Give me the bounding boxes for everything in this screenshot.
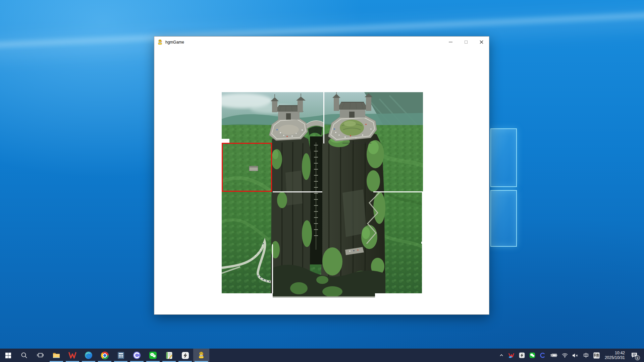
wechat-icon	[149, 351, 157, 359]
lightning-app-button[interactable]	[177, 349, 193, 362]
chevron-up-icon	[499, 353, 504, 358]
volume-muted-icon	[572, 353, 579, 358]
tray-wifi[interactable]	[561, 349, 569, 362]
lightning-app-icon	[519, 352, 525, 358]
calculator-button[interactable]	[113, 349, 129, 362]
clock-time: 10:42	[605, 351, 625, 355]
tray-lightning-app[interactable]	[518, 349, 526, 362]
maximize-icon	[465, 41, 468, 44]
seam-white	[222, 293, 273, 297]
taskbar-apps	[0, 349, 209, 362]
c-ring-icon	[540, 352, 546, 358]
wechat-icon	[529, 352, 535, 358]
clock-date: 2025/10/31	[605, 355, 625, 360]
v-cloud-icon	[508, 352, 515, 359]
tray-clock[interactable]: 10:42 2025/10/31	[603, 349, 626, 362]
wps-office-button[interactable]	[64, 349, 80, 362]
puzzle-board[interactable]	[222, 92, 423, 297]
edge-icon	[85, 351, 93, 359]
ime-pin-glyph	[593, 352, 600, 359]
wps-office-icon	[68, 351, 76, 359]
action-center-button[interactable]: 1	[629, 349, 639, 362]
seam-layer	[222, 92, 423, 297]
tray-c-ring[interactable]	[539, 349, 546, 362]
seam-white	[421, 242, 423, 244]
notification-badge: 1	[635, 355, 640, 360]
c-ring-app-icon	[133, 351, 141, 359]
pygame-game-button[interactable]	[193, 349, 209, 362]
seam-white	[373, 191, 423, 192]
search-icon	[21, 352, 28, 359]
edge-button[interactable]	[80, 349, 97, 362]
wallpaper-logo-pane	[490, 190, 517, 247]
tray-volume-muted[interactable]	[572, 349, 579, 362]
maximize-button[interactable]	[458, 37, 474, 48]
system-tray: 10:42 2025/10/31 1	[498, 349, 644, 362]
start-button[interactable]	[0, 349, 16, 362]
selected-tile-outline[interactable]	[222, 143, 272, 192]
ime-zhong-glyph	[583, 352, 589, 358]
file-explorer-button[interactable]	[48, 349, 64, 362]
window-title: hgmGame	[165, 40, 184, 45]
lightning-app-icon	[181, 352, 189, 359]
minimize-icon	[449, 42, 452, 42]
taskbar: 10:42 2025/10/31 1	[0, 349, 644, 362]
file-explorer-icon	[52, 351, 60, 359]
seam-white	[273, 191, 322, 192]
window-controls	[443, 37, 489, 48]
pygame-snake-icon	[197, 351, 205, 359]
titlebar[interactable]: hgmGame	[154, 37, 489, 48]
seam-white	[272, 244, 273, 293]
chrome-icon	[101, 352, 109, 359]
chrome-button[interactable]	[97, 349, 113, 362]
battery-charging-icon	[550, 353, 557, 358]
notes-app-icon	[165, 352, 173, 359]
screen: hgmGame	[0, 0, 644, 362]
calculator-icon	[117, 352, 125, 359]
tray-v-cloud[interactable]	[507, 349, 515, 362]
ime-pinyin-indicator[interactable]	[593, 349, 600, 362]
seam-gray	[273, 296, 375, 297]
seam-white	[375, 293, 423, 297]
c-ring-app-button[interactable]	[129, 349, 145, 362]
hgm-game-window: hgmGame	[154, 36, 489, 315]
seam-dark	[342, 143, 371, 143]
close-button[interactable]	[474, 37, 489, 48]
tray-battery[interactable]	[549, 349, 558, 362]
close-icon	[480, 40, 483, 44]
wifi-icon	[562, 353, 568, 358]
tray-wechat[interactable]	[529, 349, 536, 362]
hidden-icons-chevron[interactable]	[498, 349, 504, 362]
notes-app-button[interactable]	[161, 349, 177, 362]
pygame-snake-icon	[157, 39, 163, 45]
wechat-button[interactable]	[145, 349, 161, 362]
wallpaper-logo-pane	[490, 128, 517, 187]
window-client-area	[154, 48, 489, 314]
taskbar-empty-area	[209, 349, 498, 362]
windows-logo-icon	[5, 353, 11, 358]
seam-white	[323, 92, 324, 143]
task-view-button[interactable]	[32, 349, 48, 362]
search-button[interactable]	[16, 349, 32, 362]
minimize-button[interactable]	[443, 37, 458, 48]
task-view-icon	[37, 352, 44, 359]
ime-mode-indicator[interactable]	[582, 349, 590, 362]
